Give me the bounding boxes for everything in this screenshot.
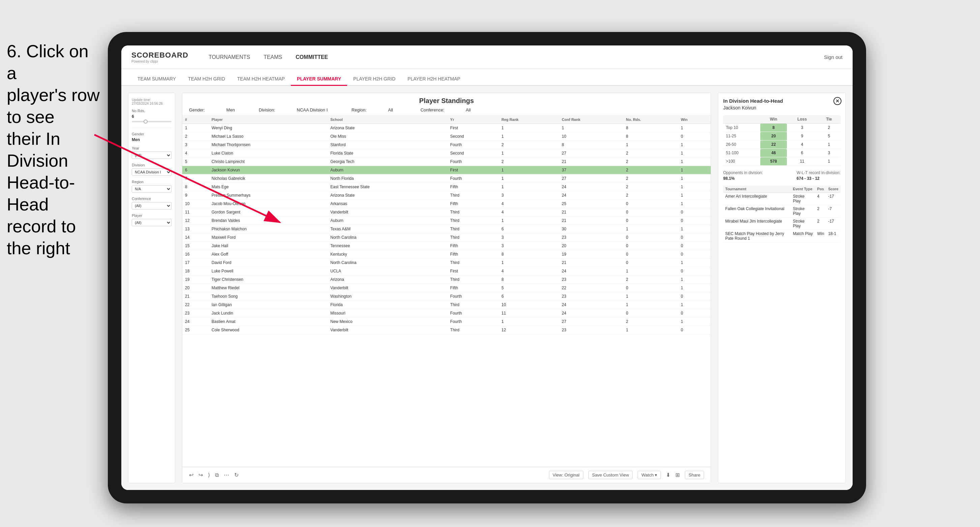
cell-yr: Third (447, 216, 499, 225)
refresh-icon[interactable]: ↻ (234, 472, 239, 478)
table-row[interactable]: 11 Gordon Sargent Vanderbilt Third 4 21 … (182, 208, 711, 216)
cell-reg: 4 (499, 267, 559, 275)
cell-num: 15 (182, 242, 209, 250)
table-row[interactable]: 18 Luke Powell UCLA First 4 24 1 0 (182, 267, 711, 275)
h2h-close-btn[interactable]: ✕ (834, 97, 842, 105)
cell-reg: 1 (499, 183, 559, 191)
year-select[interactable]: (All) (132, 152, 172, 159)
cell-player: Wenyi Ding (209, 124, 328, 132)
undo-icon[interactable]: ↩ (189, 472, 193, 478)
cell-rds: 0 (624, 259, 678, 267)
col-school: School (328, 116, 447, 124)
tab-player-summary[interactable]: PLAYER SUMMARY (291, 73, 347, 86)
nav-teams[interactable]: TEAMS (264, 52, 282, 62)
tab-team-h2h-heatmap[interactable]: TEAM H2H HEATMAP (231, 73, 291, 86)
save-custom-btn[interactable]: Save Custom View (589, 471, 633, 479)
table-row[interactable]: 8 Mats Ege East Tennessee State Fifth 1 … (182, 183, 711, 191)
table-row[interactable]: 6 Jackson Koivun Auburn First 1 37 2 1 (182, 166, 711, 175)
h2h-label: 11-25 (723, 132, 760, 140)
cell-reg: 1 (499, 216, 559, 225)
table-row[interactable]: 21 Taehoon Song Washington Fourth 6 23 1… (182, 292, 711, 301)
no-rds-section: No Rds. 6 (132, 109, 172, 128)
cell-num: 12 (182, 216, 209, 225)
main-content: Update time: 27/03/2024 16:56:26 No Rds.… (121, 86, 853, 490)
h2h-tie: 1 (818, 157, 840, 166)
table-row[interactable]: 5 Christo Lamprecht Georgia Tech Fourth … (182, 157, 711, 166)
h2h-tie: 2 (818, 124, 840, 132)
table-row[interactable]: 25 Cole Sherwood Vanderbilt Third 12 23 … (182, 326, 711, 334)
cell-num: 6 (182, 166, 209, 175)
no-rds-value: 6 (132, 114, 172, 119)
table-row[interactable]: 10 Jacob Mou-Olesen Arkansas Fifth 4 25 … (182, 200, 711, 208)
cell-yr: Third (447, 259, 499, 267)
export-icon[interactable]: ⬇ (666, 472, 670, 478)
cell-win: 0 (678, 242, 711, 250)
region-select[interactable]: N/A (132, 185, 172, 193)
cell-reg: 6 (499, 292, 559, 301)
cell-conf: 21 (559, 208, 623, 216)
table-row[interactable]: 1 Wenyi Ding Arizona State First 1 1 8 1 (182, 124, 711, 132)
table-row[interactable]: 15 Jake Hall Tennessee Fifth 3 20 0 0 (182, 242, 711, 250)
tournament-table: Tournament Event Type Pos Score Amer Ari… (723, 186, 840, 243)
cell-reg: 4 (499, 208, 559, 216)
cell-rds: 0 (624, 200, 678, 208)
table-row[interactable]: 20 Matthew Riedel Vanderbilt Fifth 5 22 … (182, 284, 711, 292)
more-icon[interactable]: ⋯ (224, 472, 229, 478)
cell-school: North Carolina (328, 259, 447, 267)
table-row[interactable]: 7 Nicholas Gabrelcik North Florida Fourt… (182, 175, 711, 183)
division-select[interactable]: NCAA Division I (132, 168, 172, 176)
tab-player-h2h-grid[interactable]: PLAYER H2H GRID (347, 73, 401, 86)
slider-thumb[interactable] (143, 119, 148, 124)
cell-player: Taehoon Song (209, 292, 328, 301)
table-row[interactable]: 9 Preston Summerhays Arizona State Third… (182, 191, 711, 200)
nav-tournaments[interactable]: TOURNAMENTS (208, 52, 250, 62)
share-btn[interactable]: Share (685, 471, 704, 479)
grid-icon[interactable]: ⊞ (675, 472, 680, 478)
cell-num: 7 (182, 175, 209, 183)
forward-icon[interactable]: ⟩ (208, 472, 210, 478)
cell-school: Missouri (328, 309, 447, 317)
table-row[interactable]: 24 Bastien Amat New Mexico Fourth 1 27 2… (182, 317, 711, 326)
table-row[interactable]: 16 Alex Goff Kentucky Fifth 8 19 0 0 (182, 250, 711, 259)
tab-team-h2h-grid[interactable]: TEAM H2H GRID (182, 73, 231, 86)
table-row[interactable]: 3 Michael Thorbjornsen Stanford Fourth 2… (182, 141, 711, 149)
h2h-opponents: Opponents in division: 98.1% (723, 170, 763, 181)
table-row[interactable]: 12 Brendan Valdes Auburn Third 1 21 0 0 (182, 216, 711, 225)
table-row[interactable]: 2 Michael La Sasso Ole Miss Second 1 10 … (182, 132, 711, 141)
table-row[interactable]: 4 Luke Claton Florida State Second 1 27 … (182, 149, 711, 157)
record-label: W-L-T record in-division: (797, 170, 840, 175)
cell-yr: Third (447, 275, 499, 284)
cell-player: Jacob Mou-Olesen (209, 200, 328, 208)
cell-win: 1 (678, 259, 711, 267)
tab-team-summary[interactable]: TEAM SUMMARY (131, 73, 182, 86)
h2h-col-win: Win (760, 115, 787, 124)
player-select[interactable]: (All) (132, 219, 172, 226)
conference-select[interactable]: (All) (132, 202, 172, 210)
table-row[interactable]: 17 David Ford North Carolina Third 1 21 … (182, 259, 711, 267)
copy-icon[interactable]: ⧉ (215, 472, 219, 478)
cell-school: Texas A&M (328, 225, 447, 233)
table-row[interactable]: 19 Tiger Christensen Arizona Third 8 23 … (182, 275, 711, 284)
table-row[interactable]: 22 Ian Gilligan Florida Third 10 24 1 1 (182, 301, 711, 309)
tab-player-h2h-heatmap[interactable]: PLAYER H2H HEATMAP (401, 73, 466, 86)
watch-btn[interactable]: Watch ▾ (638, 471, 661, 479)
view-original-btn[interactable]: View: Original (549, 471, 583, 479)
nav-committee[interactable]: COMMITTEE (296, 52, 328, 62)
h2h-loss: 9 (787, 132, 818, 140)
table-row[interactable]: 23 Jack Lundin Missouri Fourth 11 24 0 0 (182, 309, 711, 317)
table-row[interactable]: 13 Phichaksn Maichon Texas A&M Third 6 3… (182, 225, 711, 233)
cell-school: Vanderbilt (328, 208, 447, 216)
sign-out-button[interactable]: Sign out (824, 54, 843, 60)
table-row[interactable]: 14 Maxwell Ford North Carolina Third 3 2… (182, 233, 711, 242)
region-filter-label: Region: (352, 108, 367, 113)
cell-yr: Fifth (447, 183, 499, 191)
tournament-row: Amer Ari Intercollegiate Stroke Play 4 -… (723, 193, 840, 205)
cell-reg: 11 (499, 309, 559, 317)
no-rds-slider[interactable] (132, 121, 172, 122)
cell-yr: Fourth (447, 175, 499, 183)
cell-win: 1 (678, 284, 711, 292)
redo-icon[interactable]: ↪ (199, 472, 203, 478)
tablet-screen: SCOREBOARD Powered by clippi TOURNAMENTS… (121, 46, 853, 490)
cell-school: Stanford (328, 141, 447, 149)
conference-label: Conference (132, 197, 172, 201)
